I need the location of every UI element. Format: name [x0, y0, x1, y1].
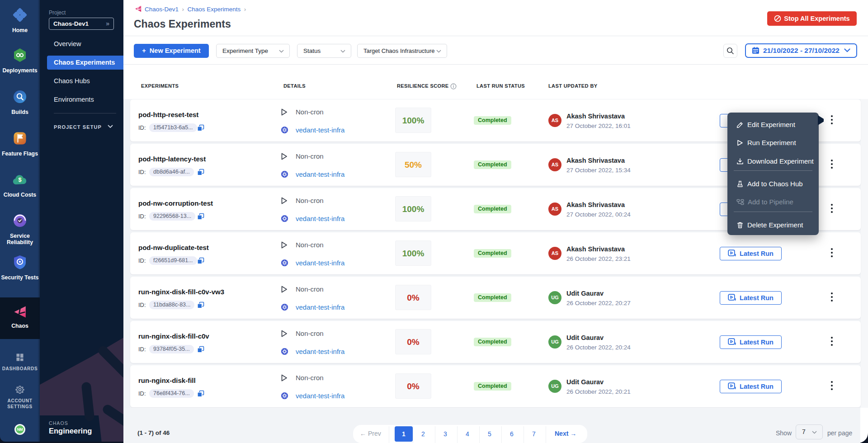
svg-text:$: $ [18, 176, 22, 183]
